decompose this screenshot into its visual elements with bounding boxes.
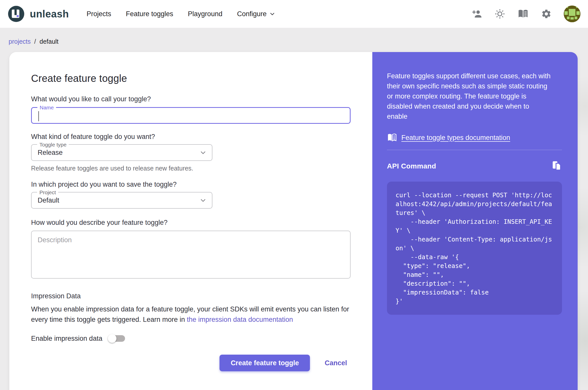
- nav-projects[interactable]: Projects: [87, 10, 111, 18]
- project-label: Project: [37, 189, 58, 196]
- impression-toggle-row: Enable impression data: [31, 334, 372, 343]
- theme-toggle-button[interactable]: [495, 9, 505, 19]
- project-value: Default: [38, 197, 59, 204]
- switch-thumb: [108, 334, 116, 343]
- documentation-button[interactable]: [517, 9, 529, 19]
- toggle-type-helper: Release feature toggles are used to rele…: [31, 165, 372, 172]
- toggle-type-value: Release: [38, 149, 63, 157]
- create-feature-toggle-button[interactable]: Create feature toggle: [219, 355, 310, 371]
- impression-data-switch[interactable]: [108, 334, 126, 343]
- settings-gear-icon: [541, 9, 552, 19]
- main-nav: Projects Feature toggles Playground Conf…: [87, 10, 276, 18]
- unleash-logo-icon: [8, 6, 24, 22]
- impression-data-text: When you enable impression data for a fe…: [31, 304, 352, 325]
- theme-sun-icon: [495, 9, 505, 19]
- sidebar-docs-row: Feature toggle types documentation: [387, 133, 562, 142]
- docs-book-icon: [517, 9, 529, 19]
- api-command-title: API Command: [387, 162, 436, 170]
- copy-icon: [551, 160, 562, 171]
- text-caret: [38, 111, 39, 121]
- create-toggle-card: Create feature toggle What would you lik…: [9, 52, 578, 390]
- form-actions: Create feature toggle Cancel: [31, 355, 372, 371]
- unleash-logo[interactable]: unleash: [8, 6, 69, 22]
- nav-feature-toggles[interactable]: Feature toggles: [126, 10, 173, 18]
- book-icon: [387, 133, 397, 142]
- project-question: In which project do you want to save the…: [31, 181, 372, 188]
- info-sidebar: Feature toggles support different use ca…: [372, 52, 578, 390]
- page: unleash Projects Feature toggles Playgro…: [0, 0, 588, 390]
- brand-name: unleash: [30, 8, 69, 20]
- project-select[interactable]: Project Default: [31, 192, 212, 209]
- feature-toggle-types-doc-link[interactable]: Feature toggle types documentation: [401, 134, 510, 142]
- breadcrumb-separator: /: [34, 38, 36, 45]
- user-avatar[interactable]: [564, 6, 580, 22]
- impression-toggle-label: Enable impression data: [31, 335, 102, 343]
- page-title: Create feature toggle: [31, 73, 372, 84]
- invite-user-button[interactable]: [472, 9, 482, 19]
- api-command-header: API Command: [387, 160, 562, 172]
- breadcrumb-current: default: [40, 38, 59, 45]
- top-navbar: unleash Projects Feature toggles Playgro…: [0, 0, 588, 28]
- sidebar-divider: [387, 150, 562, 150]
- chevron-down-icon: [199, 149, 207, 156]
- toggle-type-select[interactable]: Toggle type Release: [31, 144, 212, 161]
- invite-user-icon: [472, 9, 482, 19]
- chevron-down-icon: [199, 197, 207, 204]
- toggle-type-label: Toggle type: [37, 142, 69, 148]
- impression-data-doc-link[interactable]: the impression data documentation: [187, 316, 293, 323]
- name-field[interactable]: Name: [31, 107, 351, 124]
- type-question: What kind of feature toggle do you want?: [31, 133, 372, 141]
- api-command-code[interactable]: curl --location --request POST 'http://l…: [387, 182, 562, 315]
- settings-button[interactable]: [541, 9, 552, 19]
- cancel-button[interactable]: Cancel: [325, 359, 347, 367]
- avatar-identicon: [564, 6, 580, 22]
- create-toggle-form: Create feature toggle What would you lik…: [9, 52, 372, 390]
- name-question: What would you like to call your toggle?: [31, 95, 372, 103]
- description-question: How would you describe your feature togg…: [31, 219, 372, 227]
- navbar-left: unleash Projects Feature toggles Playgro…: [8, 6, 276, 22]
- breadcrumb: projects / default: [0, 28, 588, 45]
- breadcrumb-projects-link[interactable]: projects: [9, 38, 31, 45]
- description-textarea[interactable]: [31, 231, 351, 279]
- impression-data-title: Impression Data: [31, 292, 372, 300]
- nav-configure-label: Configure: [237, 10, 266, 18]
- name-input[interactable]: [32, 108, 350, 123]
- navbar-right: [472, 6, 580, 22]
- nav-playground[interactable]: Playground: [188, 10, 223, 18]
- chevron-down-icon: [269, 11, 276, 17]
- copy-command-button[interactable]: [551, 160, 562, 172]
- nav-configure[interactable]: Configure: [237, 10, 275, 18]
- sidebar-description: Feature toggles support different use ca…: [387, 71, 551, 121]
